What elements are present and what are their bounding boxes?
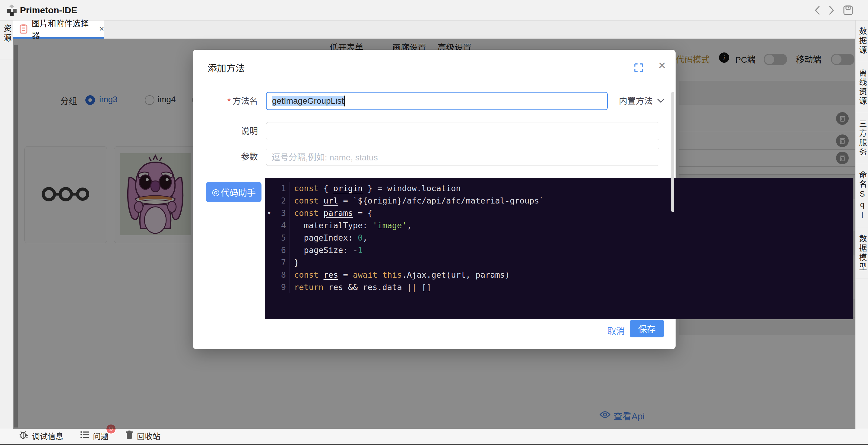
- fold-gutter: [265, 244, 273, 256]
- params-input[interactable]: 逗号分隔,例如: name, status: [266, 148, 659, 166]
- line-number: 6: [273, 244, 289, 256]
- right-rail-item-5[interactable]: 数据模型: [856, 228, 868, 279]
- code-token: } = window.location: [363, 184, 461, 193]
- fold-gutter: [265, 231, 273, 244]
- recycle-bin-label: 回收站: [137, 430, 160, 441]
- modal-scrollbar-thumb[interactable]: [671, 92, 674, 212]
- code-token: origin: [333, 184, 363, 193]
- code-token: const: [294, 270, 318, 280]
- code-line-9: 9return res && res.data || []: [265, 281, 853, 293]
- description-input[interactable]: [266, 122, 659, 140]
- method-name-input[interactable]: getImageGroupList: [266, 92, 608, 110]
- fold-marker-icon[interactable]: ▼: [265, 207, 273, 219]
- code-assistant-button[interactable]: ◎ 代码助手: [206, 182, 261, 202]
- code-token: = {: [353, 208, 372, 218]
- method-type-value: 内置方法: [619, 94, 653, 106]
- right-rail-item-3[interactable]: 三方服务: [856, 113, 868, 164]
- assistant-label: 代码助手: [221, 186, 256, 198]
- code-token: return: [294, 283, 323, 292]
- modal-close-icon[interactable]: ×: [654, 58, 670, 73]
- params-placeholder: 逗号分隔,例如: name, status: [272, 151, 378, 163]
- debug-info-label: 调试信息: [32, 430, 63, 441]
- tab-label: 图片和附件选择器: [32, 17, 94, 41]
- recycle-bin-button[interactable]: 回收站: [125, 430, 160, 441]
- fullscreen-icon[interactable]: [634, 63, 644, 74]
- trash-icon: [125, 430, 133, 441]
- code-token: [318, 196, 323, 205]
- save-file-icon[interactable]: [842, 4, 854, 16]
- code-token: this: [382, 270, 402, 280]
- tab-image-attachment-selector[interactable]: 图片和附件选择器 ×: [13, 21, 104, 39]
- line-number: 8: [273, 268, 289, 281]
- description-label: 说明: [193, 125, 258, 136]
- assistant-icon: ◎: [212, 188, 220, 197]
- code-text: pageSize: -1: [289, 244, 363, 256]
- code-token: const: [294, 208, 318, 218]
- problems-button[interactable]: 问题 9: [80, 430, 108, 441]
- fold-gutter: [265, 219, 273, 231]
- code-token: =: [338, 270, 353, 280]
- code-editor[interactable]: 1const { origin } = window.location2cons…: [265, 178, 853, 319]
- code-token: [318, 208, 323, 218]
- tab-close-icon[interactable]: ×: [99, 24, 104, 34]
- left-rail-divider: [0, 59, 13, 59]
- text-caret: [344, 96, 345, 106]
- right-rail: 数据源离线资源三方服务命名Sql数据模型: [855, 21, 868, 429]
- code-token: url: [323, 196, 338, 205]
- nav-forward-icon[interactable]: [826, 4, 838, 16]
- chevron-down-icon: [657, 96, 665, 105]
- code-line-2: 2const url = `${origin}/afc/api/afc/mate…: [265, 194, 853, 207]
- right-rail-item-4[interactable]: 命名Sql: [856, 164, 868, 228]
- code-token: ,: [407, 221, 412, 230]
- code-line-5: 5 pageIndex: 0,: [265, 231, 853, 244]
- code-line-7: 7}: [265, 256, 853, 268]
- cancel-button[interactable]: 取消: [603, 322, 629, 339]
- line-number: 3: [273, 207, 289, 219]
- line-number: 5: [273, 231, 289, 244]
- code-token: {: [318, 184, 333, 193]
- save-button[interactable]: 保存: [630, 320, 664, 337]
- fold-gutter: [265, 182, 273, 194]
- code-text: const params = {: [289, 207, 372, 219]
- fold-gutter: [265, 281, 273, 293]
- code-token: res && res.data || []: [323, 283, 432, 292]
- left-rail: 资源: [0, 21, 13, 429]
- editor-tabbar: 图片和附件选择器 ×: [13, 21, 855, 39]
- right-rail-item-1[interactable]: 数据源: [856, 21, 868, 62]
- window-bottom-edge: [0, 444, 868, 445]
- app-header: Primeton-IDE: [0, 0, 868, 21]
- left-rail-item-resources[interactable]: 资源: [0, 24, 13, 43]
- code-text: const url = `${origin}/afc/api/afc/mater…: [289, 194, 544, 207]
- params-label: 参数: [193, 150, 258, 162]
- modal-title: 添加方法: [208, 61, 245, 74]
- code-token: [318, 270, 323, 280]
- code-token: pageIndex:: [294, 233, 358, 243]
- code-token: materialType:: [294, 221, 372, 230]
- code-token: = `${origin}/afc/api/afc/material-groups…: [338, 196, 544, 205]
- line-number: 9: [273, 281, 289, 293]
- code-token: 'image': [372, 221, 407, 230]
- debug-info-button[interactable]: 调试信息: [19, 430, 63, 441]
- code-text: }: [289, 256, 299, 268]
- input-selected-text: getImageGroupList: [272, 96, 344, 106]
- code-text: const { origin } = window.location: [289, 182, 461, 194]
- nav-back-icon[interactable]: [811, 4, 824, 16]
- code-token: 0: [358, 233, 363, 243]
- code-line-4: 4 materialType: 'image',: [265, 219, 853, 231]
- method-type-dropdown[interactable]: 内置方法: [619, 94, 665, 106]
- code-text: const res = await this.Ajax.get(url, par…: [289, 268, 510, 281]
- right-rail-item-2[interactable]: 离线资源: [856, 62, 868, 113]
- bug-icon: [19, 430, 28, 441]
- line-number: 7: [273, 256, 289, 268]
- required-asterisk: *: [227, 96, 231, 106]
- code-text: materialType: 'image',: [289, 219, 412, 231]
- code-token: res: [323, 270, 338, 280]
- code-line-3: ▼3const params = {: [265, 207, 853, 219]
- code-token: .Ajax.get(url, params): [402, 270, 510, 280]
- fold-gutter: [265, 256, 273, 268]
- code-token: const: [294, 196, 318, 205]
- code-token: params: [323, 208, 353, 218]
- code-line-1: 1const { origin } = window.location: [265, 182, 853, 194]
- code-token: [377, 270, 382, 280]
- fold-gutter: [265, 194, 273, 207]
